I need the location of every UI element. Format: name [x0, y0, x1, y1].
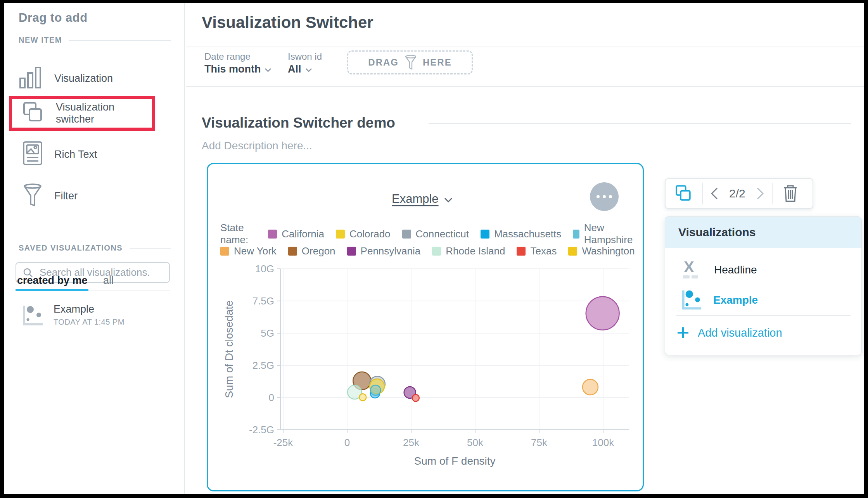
- scatter-icon: [681, 288, 702, 312]
- viz-item-example[interactable]: Example: [665, 285, 861, 315]
- legend-item-massachusetts[interactable]: Massachusetts: [481, 228, 561, 240]
- visualizations-panel-title: Visualizations: [665, 217, 861, 248]
- legend-swatch: [336, 230, 345, 239]
- y-axis-title: Sum of Dt closedate: [223, 300, 235, 398]
- rich-text-icon: [22, 141, 43, 168]
- sidebar-title: Drag to add: [19, 11, 88, 25]
- legend-swatch: [268, 230, 277, 239]
- iswon-id-dropdown[interactable]: All: [288, 63, 312, 75]
- page-indicator: 2/2: [726, 187, 749, 200]
- sidebar-item-label: Rich Text: [54, 149, 97, 161]
- sidebar-item-label: Filter: [54, 190, 78, 202]
- y-tick-label: 10G: [255, 263, 274, 275]
- bar-chart-icon: [19, 66, 43, 91]
- x-axis-title: Sum of F density: [414, 455, 495, 467]
- drag-filter-dropzone[interactable]: DRAG HERE: [347, 50, 473, 74]
- svg-text:X: X: [684, 258, 694, 275]
- legend-row: State name: CaliforniaColoradoConnecticu…: [220, 227, 635, 241]
- viz-item-headline[interactable]: X Headline: [665, 255, 861, 285]
- headline-icon: X: [681, 258, 703, 282]
- next-page-button[interactable]: [749, 187, 772, 200]
- legend-item-new-hampshire[interactable]: New Hampshire: [573, 222, 635, 246]
- switcher-copies-icon[interactable]: [666, 185, 702, 202]
- plus-icon: [677, 327, 689, 339]
- y-tick-label: 7.5G: [252, 295, 274, 307]
- bubble-washington[interactable]: [359, 394, 366, 401]
- ellipsis-icon: [597, 195, 600, 198]
- iswon-id-label: Iswon id: [288, 51, 322, 62]
- page-title: Visualization Switcher: [202, 13, 373, 32]
- bubble-new-york[interactable]: [583, 379, 598, 395]
- description-placeholder[interactable]: Add Description here...: [202, 140, 312, 152]
- legend-swatch: [573, 230, 579, 239]
- bubble-new-hampshire[interactable]: [370, 385, 380, 395]
- bubble-california[interactable]: [586, 297, 619, 330]
- prev-page-button[interactable]: [703, 187, 726, 200]
- saved-item-title: Example: [54, 303, 124, 315]
- viz-item-label: Headline: [714, 264, 757, 276]
- x-tick-label: 0: [344, 437, 350, 448]
- sidebar-item-visualization[interactable]: Visualization: [19, 67, 170, 90]
- x-tick-label: 50k: [467, 437, 484, 448]
- switcher-title-dropdown[interactable]: Example: [392, 192, 453, 206]
- x-tick-label: 100k: [592, 437, 614, 448]
- bubble-chart: 10G7.5G5G2.5G0-2.5G-25k025k50k75k100kSum…: [202, 254, 642, 485]
- chevron-down-icon: [305, 63, 312, 75]
- tab-created-by-me[interactable]: created by me: [17, 275, 88, 287]
- y-tick-label: -2.5G: [249, 424, 274, 436]
- x-tick-label: 75k: [531, 437, 548, 448]
- sidebar-item-label: Visualization: [54, 73, 113, 85]
- active-tab-underline: [16, 289, 88, 291]
- saved-item-timestamp: TODAY AT 1:45 PM: [54, 318, 124, 327]
- legend-title: State name:: [220, 222, 256, 246]
- legend-swatch: [481, 230, 489, 239]
- sidebar-item-visualization-switcher[interactable]: Visualization switcher: [22, 102, 150, 125]
- trash-icon[interactable]: [773, 185, 808, 202]
- chevron-down-icon: [265, 63, 271, 75]
- panel-menu-button[interactable]: [590, 182, 619, 211]
- legend-item-connecticut[interactable]: Connecticut: [402, 228, 469, 240]
- saved-item-example[interactable]: Example TODAY AT 1:45 PM: [22, 303, 169, 330]
- legend-item-colorado[interactable]: Colorado: [336, 228, 391, 240]
- switcher-toolbar: 2/2: [665, 178, 813, 209]
- sidebar-item-label: Visualization switcher: [56, 101, 150, 125]
- sidebar-item-filter[interactable]: Filter: [22, 183, 174, 209]
- saved-visualizations-section-label: SAVED VISUALIZATIONS: [19, 244, 171, 252]
- filter-icon: [22, 183, 43, 209]
- funnel-icon: [404, 55, 417, 70]
- header-divider: [186, 47, 864, 47]
- chevron-down-icon: [444, 192, 453, 206]
- y-tick-label: 0: [269, 392, 274, 403]
- scatter-icon: [22, 303, 43, 330]
- x-tick-label: -25k: [273, 437, 294, 448]
- add-visualization-button[interactable]: Add visualization: [665, 316, 861, 349]
- switcher-icon: [22, 101, 44, 125]
- legend-item-california[interactable]: California: [268, 228, 324, 240]
- chart-legend: State name: CaliforniaColoradoConnecticu…: [220, 227, 635, 258]
- y-tick-label: 5G: [261, 327, 274, 339]
- y-tick-label: 2.5G: [252, 360, 274, 371]
- bubble-texas[interactable]: [412, 394, 419, 401]
- section-title: Visualization Switcher demo: [202, 115, 395, 131]
- tab-all[interactable]: all: [103, 275, 114, 287]
- date-range-dropdown[interactable]: This month: [204, 63, 271, 75]
- filter-bar-divider: [186, 86, 864, 87]
- section-title-rule: [429, 123, 851, 124]
- visualizations-panel: Visualizations X Headline Example Add v: [665, 216, 862, 355]
- new-item-section-label: NEW ITEM: [19, 36, 171, 45]
- x-tick-label: 25k: [403, 437, 420, 448]
- viz-item-label: Example: [713, 294, 758, 306]
- sidebar-item-rich-text[interactable]: Rich Text: [22, 142, 174, 167]
- legend-swatch: [402, 230, 411, 239]
- date-range-label: Date range: [204, 51, 251, 62]
